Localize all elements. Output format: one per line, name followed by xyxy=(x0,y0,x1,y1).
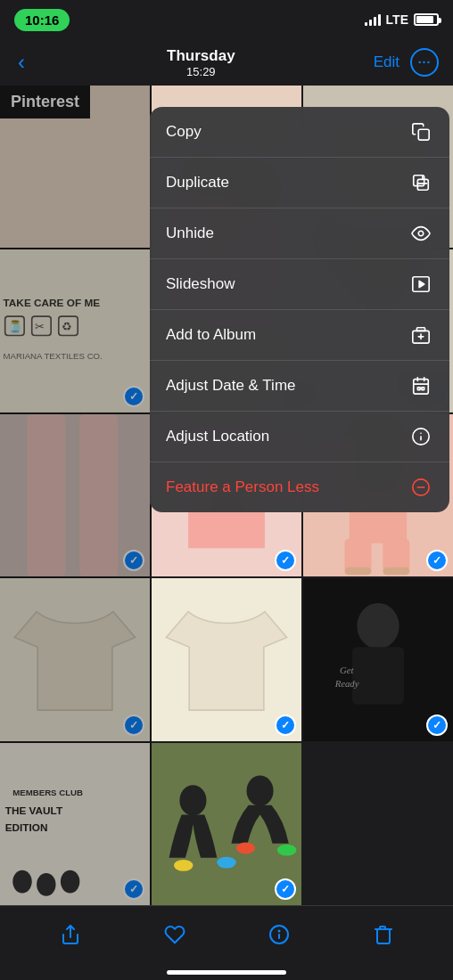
menu-item-copy[interactable]: Copy xyxy=(150,107,449,158)
header: ‹ Thursday 15:29 Edit ··· xyxy=(0,39,453,86)
svg-text:Get: Get xyxy=(340,665,354,675)
header-center: Thursday 15:29 xyxy=(167,47,235,78)
favorite-button[interactable] xyxy=(155,915,194,954)
check-badge-black-shirt: ✓ xyxy=(426,715,448,736)
heart-icon xyxy=(164,924,185,945)
check-badge-tshirt2: ✓ xyxy=(275,715,296,736)
share-button[interactable] xyxy=(51,915,90,954)
battery-icon xyxy=(414,13,439,26)
home-indicator xyxy=(167,970,286,975)
menu-item-slideshow[interactable]: Slideshow xyxy=(150,259,449,310)
minus-circle-icon xyxy=(408,475,433,500)
add-to-album-label: Add to Album xyxy=(166,326,256,344)
photo-cell-black-shirt[interactable]: Get Ready ✓ xyxy=(303,578,453,740)
header-subtitle: 15:29 xyxy=(167,65,235,78)
info-toolbar-icon xyxy=(268,924,290,945)
menu-item-unhide[interactable]: Unhide xyxy=(150,208,449,259)
eye-icon xyxy=(408,221,433,246)
svg-point-37 xyxy=(357,603,399,649)
photo-cell-dance[interactable]: ✓ xyxy=(152,743,301,905)
check-badge-pink-outfit: ✓ xyxy=(426,550,448,571)
check-badge-pink-top: ✓ xyxy=(275,550,296,571)
duplicate-icon xyxy=(408,170,433,195)
svg-rect-56 xyxy=(417,179,428,190)
info-icon xyxy=(408,424,433,449)
share-icon xyxy=(60,924,81,945)
photo-cell-tshirt2[interactable]: ✓ xyxy=(152,578,301,740)
menu-item-adjust-location[interactable]: Adjust Location xyxy=(150,412,449,462)
edit-button[interactable]: Edit xyxy=(374,53,399,71)
svg-rect-55 xyxy=(418,129,429,140)
svg-point-60 xyxy=(418,231,424,236)
calendar-icon xyxy=(408,373,433,398)
svg-rect-33 xyxy=(383,567,409,575)
feature-less-label: Feature a Person Less xyxy=(166,478,319,496)
context-menu: Copy Duplicate Unhide S xyxy=(150,107,449,512)
svg-rect-70 xyxy=(417,388,420,390)
header-right: Edit ··· xyxy=(374,48,439,77)
play-icon xyxy=(408,272,433,297)
svg-text:Ready: Ready xyxy=(334,679,359,690)
svg-rect-32 xyxy=(344,567,371,575)
trash-icon xyxy=(373,924,394,945)
status-bar: 10:16 LTE xyxy=(0,0,453,39)
adjust-date-label: Adjust Date & Time xyxy=(166,377,296,395)
more-button[interactable]: ··· xyxy=(410,48,439,77)
svg-rect-71 xyxy=(422,388,424,390)
album-icon xyxy=(408,323,433,347)
bottom-toolbar xyxy=(0,905,453,980)
menu-item-add-to-album[interactable]: Add to Album xyxy=(150,310,449,361)
duplicate-label: Duplicate xyxy=(166,174,229,192)
svg-marker-62 xyxy=(419,281,424,287)
info-button[interactable] xyxy=(259,915,299,954)
check-badge-dance: ✓ xyxy=(275,878,296,900)
more-dots-icon: ··· xyxy=(418,56,432,69)
svg-point-49 xyxy=(179,785,206,815)
copy-icon xyxy=(408,119,433,144)
svg-rect-30 xyxy=(344,538,371,572)
back-button[interactable]: ‹ xyxy=(14,46,29,78)
lte-label: LTE xyxy=(386,12,408,27)
adjust-location-label: Adjust Location xyxy=(166,428,269,445)
status-right: LTE xyxy=(365,12,439,27)
svg-rect-31 xyxy=(383,538,409,572)
svg-point-51 xyxy=(174,859,193,870)
svg-point-50 xyxy=(247,775,274,805)
svg-rect-66 xyxy=(414,380,429,395)
copy-label: Copy xyxy=(166,123,202,141)
menu-item-adjust-date[interactable]: Adjust Date & Time xyxy=(150,361,449,412)
svg-point-52 xyxy=(217,856,235,868)
menu-item-duplicate[interactable]: Duplicate xyxy=(150,158,449,208)
menu-item-feature-less[interactable]: Feature a Person Less xyxy=(150,462,449,512)
svg-point-53 xyxy=(236,842,255,853)
signal-icon xyxy=(365,13,381,26)
status-time: 10:16 xyxy=(14,9,70,31)
delete-button[interactable] xyxy=(364,915,403,954)
header-title: Thursday xyxy=(167,47,235,65)
unhide-label: Unhide xyxy=(166,225,214,242)
dim-overlay xyxy=(0,86,152,905)
svg-point-54 xyxy=(277,844,296,855)
svg-rect-38 xyxy=(352,647,404,704)
slideshow-label: Slideshow xyxy=(166,275,235,293)
